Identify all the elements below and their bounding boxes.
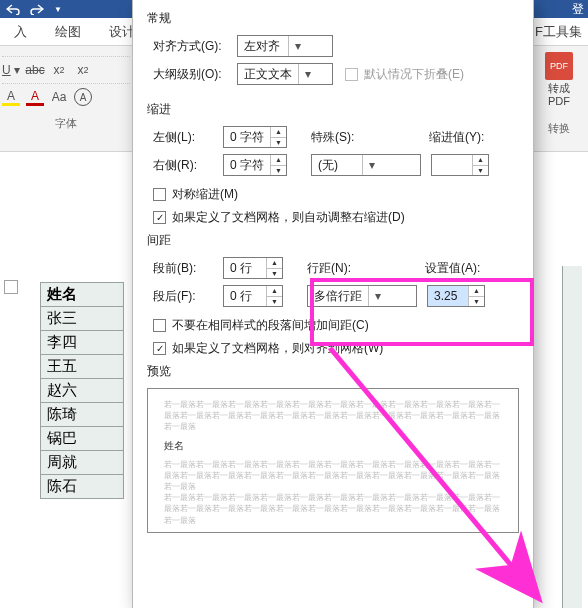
chevron-down-icon: ▾: [368, 286, 386, 306]
enclose-char-icon[interactable]: A: [74, 88, 92, 106]
redo-icon[interactable]: [30, 3, 44, 15]
table-row[interactable]: 锅巴: [41, 427, 123, 451]
space-before-label: 段前(B):: [153, 260, 223, 277]
spinner-up-icon[interactable]: ▲: [267, 286, 282, 297]
preview-box: 若一最落若一最落若一最落若一最落若一最落若一最落若一最落若一最落若一最落若一最落…: [147, 388, 519, 533]
change-case-icon[interactable]: Aa: [50, 88, 68, 106]
spinner-down-icon[interactable]: ▼: [267, 269, 282, 279]
chevron-down-icon: ▾: [298, 64, 316, 84]
table-row[interactable]: 张三: [41, 307, 123, 331]
tab-pdf-tools[interactable]: F工具集: [529, 23, 588, 41]
spinner-down-icon[interactable]: ▼: [271, 138, 286, 148]
line-spacing-combo[interactable]: 多倍行距 ▾: [307, 285, 417, 307]
autogrid-indent-checkbox[interactable]: ✓ 如果定义了文档网格，则自动调整右缩进(D): [153, 209, 405, 226]
outline-label: 大纲级别(O):: [153, 66, 237, 83]
spinner-down-icon[interactable]: ▼: [469, 297, 484, 307]
pdf-group: PDF 转成 PDF 转换: [536, 52, 582, 136]
table-row[interactable]: 周就: [41, 451, 123, 475]
nospacing-checkbox[interactable]: 不要在相同样式的段落间增加间距(C): [153, 317, 369, 334]
section-preview: 预览: [147, 363, 519, 380]
snapgrid-checkbox[interactable]: ✓ 如果定义了文档网格，则对齐到网格(W): [153, 340, 383, 357]
table-row[interactable]: 王五: [41, 355, 123, 379]
convert-group-label: 转换: [536, 122, 582, 135]
spinner-down-icon[interactable]: ▼: [271, 166, 286, 176]
set-value-label: 设置值(A):: [425, 260, 480, 277]
spinner-up-icon[interactable]: ▲: [271, 127, 286, 138]
line-spacing-label: 行距(N):: [307, 260, 385, 277]
table-row[interactable]: 陈石: [41, 475, 123, 498]
subscript-icon[interactable]: x2: [50, 61, 68, 79]
chevron-down-icon: ▾: [288, 36, 306, 56]
font-group: U ▾ abc x2 x2 A A Aa A 字体: [2, 52, 130, 131]
space-before-spinner[interactable]: 0 行 ▲▼: [223, 257, 283, 279]
undo-icon[interactable]: [6, 3, 20, 15]
font-color-icon[interactable]: A: [26, 88, 44, 106]
table-row[interactable]: 陈琦: [41, 403, 123, 427]
indent-left-label: 左侧(L):: [153, 129, 223, 146]
document-table[interactable]: 姓名 张三 李四 王五 赵六 陈琦 锅巴 周就 陈石: [40, 282, 124, 499]
alignment-label: 对齐方式(G):: [153, 38, 237, 55]
spinner-up-icon[interactable]: ▲: [267, 258, 282, 269]
highlight-icon[interactable]: A: [2, 88, 20, 106]
chevron-down-icon: ▾: [362, 155, 380, 175]
pdf-icon[interactable]: PDF: [545, 52, 573, 80]
login-button[interactable]: 登: [572, 0, 584, 18]
table-row[interactable]: 赵六: [41, 379, 123, 403]
special-combo[interactable]: (无) ▾: [311, 154, 421, 176]
mirror-indent-checkbox[interactable]: 对称缩进(M): [153, 186, 238, 203]
paragraph-dialog: 常规 对齐方式(G): 左对齐 ▾ 大纲级别(O): 正文文本 ▾ 默认情况下折…: [132, 0, 534, 608]
set-value-spinner[interactable]: 3.25 ▲▼: [427, 285, 485, 307]
collapse-checkbox: 默认情况下折叠(E): [345, 66, 464, 83]
spinner-down-icon[interactable]: ▼: [267, 297, 282, 307]
table-row[interactable]: 李四: [41, 331, 123, 355]
superscript-icon[interactable]: x2: [74, 61, 92, 79]
table-header-cell[interactable]: 姓名: [41, 283, 123, 307]
spinner-up-icon[interactable]: ▲: [473, 155, 488, 166]
special-label: 特殊(S):: [311, 129, 389, 146]
indent-right-spinner[interactable]: 0 字符 ▲▼: [223, 154, 287, 176]
strikethrough-icon[interactable]: abc: [26, 61, 44, 79]
qat-dropdown-icon[interactable]: ▼: [54, 5, 62, 14]
section-general: 常规: [147, 10, 519, 27]
font-group-label: 字体: [2, 116, 130, 131]
space-after-spinner[interactable]: 0 行 ▲▼: [223, 285, 283, 307]
indent-value-label: 缩进值(Y):: [429, 129, 484, 146]
pdf-label-2: PDF: [536, 95, 582, 108]
spinner-up-icon[interactable]: ▲: [469, 286, 484, 297]
alignment-combo[interactable]: 左对齐 ▾: [237, 35, 333, 57]
spinner-up-icon[interactable]: ▲: [271, 155, 286, 166]
indent-value-spinner[interactable]: ▲▼: [431, 154, 489, 176]
ruler-corner: [4, 280, 18, 294]
section-indent: 缩进: [147, 101, 519, 118]
indent-left-spinner[interactable]: 0 字符 ▲▼: [223, 126, 287, 148]
underline-icon[interactable]: U ▾: [2, 61, 20, 79]
indent-right-label: 右侧(R):: [153, 157, 223, 174]
tab-draw[interactable]: 绘图: [41, 18, 95, 46]
space-after-label: 段后(F):: [153, 288, 223, 305]
spinner-down-icon[interactable]: ▼: [473, 166, 488, 176]
tab-insert[interactable]: 入: [0, 18, 41, 46]
table-right-edge: [562, 266, 582, 608]
outline-combo[interactable]: 正文文本 ▾: [237, 63, 333, 85]
pdf-label-1: 转成: [536, 82, 582, 95]
section-spacing: 间距: [147, 232, 519, 249]
